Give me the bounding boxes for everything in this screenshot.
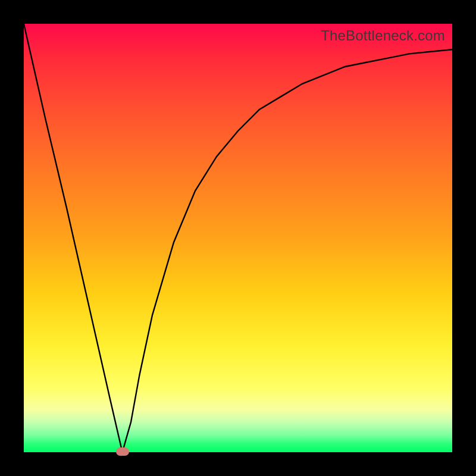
curve-svg [24,24,452,452]
bottleneck-curve-path [24,24,452,452]
chart-frame: TheBottleneck.com [0,0,476,476]
optimal-marker [116,447,129,456]
plot-area: TheBottleneck.com [24,24,452,452]
